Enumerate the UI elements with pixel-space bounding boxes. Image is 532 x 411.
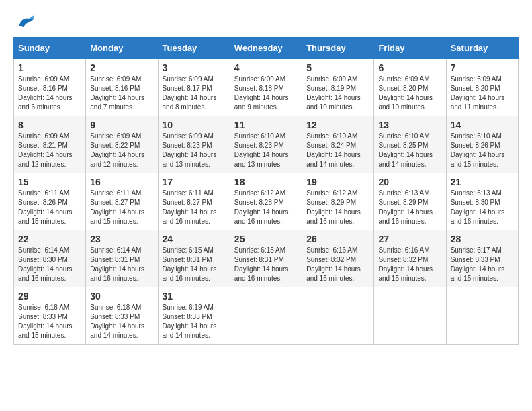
- day-info: Sunrise: 6:13 AM Sunset: 8:29 PM Dayligh…: [378, 189, 441, 226]
- col-header-sunday: Sunday: [14, 38, 86, 59]
- calendar-cell: [374, 287, 446, 345]
- day-info: Sunrise: 6:12 AM Sunset: 8:29 PM Dayligh…: [306, 189, 369, 226]
- calendar-table: SundayMondayTuesdayWednesdayThursdayFrid…: [13, 37, 519, 345]
- logo: [13, 13, 36, 30]
- logo-bird-icon: [15, 13, 36, 30]
- header-row: SundayMondayTuesdayWednesdayThursdayFrid…: [14, 38, 519, 59]
- day-info: Sunrise: 6:10 AM Sunset: 8:25 PM Dayligh…: [378, 132, 441, 169]
- calendar-cell: 25 Sunrise: 6:15 AM Sunset: 8:31 PM Dayl…: [230, 230, 302, 287]
- day-info: Sunrise: 6:15 AM Sunset: 8:31 PM Dayligh…: [234, 246, 298, 283]
- day-number: 15: [18, 177, 81, 187]
- day-info: Sunrise: 6:11 AM Sunset: 8:26 PM Dayligh…: [18, 189, 81, 226]
- day-number: 11: [234, 120, 298, 130]
- calendar-cell: [230, 287, 302, 345]
- day-number: 21: [451, 177, 514, 187]
- calendar-cell: 3 Sunrise: 6:09 AM Sunset: 8:17 PM Dayli…: [158, 59, 230, 116]
- calendar-cell: 5 Sunrise: 6:09 AM Sunset: 8:19 PM Dayli…: [302, 59, 374, 116]
- calendar-cell: 31 Sunrise: 6:19 AM Sunset: 8:33 PM Dayl…: [158, 287, 230, 345]
- day-info: Sunrise: 6:09 AM Sunset: 8:19 PM Dayligh…: [306, 75, 369, 112]
- day-number: 25: [234, 234, 298, 244]
- col-header-wednesday: Wednesday: [230, 38, 302, 59]
- day-number: 29: [18, 291, 81, 302]
- day-info: Sunrise: 6:09 AM Sunset: 8:23 PM Dayligh…: [163, 132, 226, 169]
- calendar-cell: 13 Sunrise: 6:10 AM Sunset: 8:25 PM Dayl…: [374, 116, 446, 173]
- calendar-week-4: 22 Sunrise: 6:14 AM Sunset: 8:30 PM Dayl…: [14, 230, 519, 287]
- col-header-thursday: Thursday: [302, 38, 374, 59]
- calendar-cell: 17 Sunrise: 6:11 AM Sunset: 8:27 PM Dayl…: [158, 173, 230, 230]
- col-header-friday: Friday: [374, 38, 446, 59]
- day-info: Sunrise: 6:17 AM Sunset: 8:33 PM Dayligh…: [451, 246, 514, 283]
- col-header-saturday: Saturday: [446, 38, 518, 59]
- day-number: 12: [306, 120, 369, 130]
- day-info: Sunrise: 6:19 AM Sunset: 8:33 PM Dayligh…: [163, 303, 226, 340]
- calendar-cell: [446, 287, 518, 345]
- day-info: Sunrise: 6:18 AM Sunset: 8:33 PM Dayligh…: [90, 303, 153, 340]
- day-info: Sunrise: 6:09 AM Sunset: 8:21 PM Dayligh…: [18, 132, 81, 169]
- day-info: Sunrise: 6:09 AM Sunset: 8:16 PM Dayligh…: [90, 75, 153, 112]
- day-info: Sunrise: 6:16 AM Sunset: 8:32 PM Dayligh…: [378, 246, 441, 283]
- day-number: 13: [378, 120, 441, 130]
- calendar-cell: 8 Sunrise: 6:09 AM Sunset: 8:21 PM Dayli…: [14, 116, 86, 173]
- day-info: Sunrise: 6:10 AM Sunset: 8:24 PM Dayligh…: [306, 132, 369, 169]
- day-number: 10: [163, 120, 226, 130]
- calendar-cell: 6 Sunrise: 6:09 AM Sunset: 8:20 PM Dayli…: [374, 59, 446, 116]
- day-info: Sunrise: 6:11 AM Sunset: 8:27 PM Dayligh…: [163, 189, 226, 226]
- day-info: Sunrise: 6:09 AM Sunset: 8:20 PM Dayligh…: [451, 75, 514, 112]
- calendar-cell: 30 Sunrise: 6:18 AM Sunset: 8:33 PM Dayl…: [86, 287, 158, 345]
- calendar-cell: 16 Sunrise: 6:11 AM Sunset: 8:27 PM Dayl…: [86, 173, 158, 230]
- day-info: Sunrise: 6:14 AM Sunset: 8:30 PM Dayligh…: [18, 246, 81, 283]
- calendar-cell: [302, 287, 374, 345]
- day-number: 19: [306, 177, 369, 187]
- calendar-cell: 18 Sunrise: 6:12 AM Sunset: 8:28 PM Dayl…: [230, 173, 302, 230]
- day-number: 2: [90, 62, 153, 73]
- calendar-cell: 14 Sunrise: 6:10 AM Sunset: 8:26 PM Dayl…: [446, 116, 518, 173]
- day-number: 28: [451, 234, 514, 244]
- day-number: 4: [234, 62, 298, 73]
- day-number: 18: [234, 177, 298, 187]
- calendar-cell: 27 Sunrise: 6:16 AM Sunset: 8:32 PM Dayl…: [374, 230, 446, 287]
- day-info: Sunrise: 6:09 AM Sunset: 8:16 PM Dayligh…: [18, 75, 81, 112]
- day-info: Sunrise: 6:09 AM Sunset: 8:18 PM Dayligh…: [234, 75, 298, 112]
- calendar-week-5: 29 Sunrise: 6:18 AM Sunset: 8:33 PM Dayl…: [14, 287, 519, 345]
- day-number: 30: [90, 291, 153, 302]
- day-number: 16: [90, 177, 153, 187]
- calendar-cell: 11 Sunrise: 6:10 AM Sunset: 8:23 PM Dayl…: [230, 116, 302, 173]
- day-number: 27: [378, 234, 441, 244]
- calendar-cell: 28 Sunrise: 6:17 AM Sunset: 8:33 PM Dayl…: [446, 230, 518, 287]
- calendar-cell: 22 Sunrise: 6:14 AM Sunset: 8:30 PM Dayl…: [14, 230, 86, 287]
- day-info: Sunrise: 6:18 AM Sunset: 8:33 PM Dayligh…: [18, 303, 81, 340]
- day-number: 14: [451, 120, 514, 130]
- day-number: 9: [90, 120, 153, 130]
- day-info: Sunrise: 6:10 AM Sunset: 8:23 PM Dayligh…: [234, 132, 298, 169]
- calendar-cell: 2 Sunrise: 6:09 AM Sunset: 8:16 PM Dayli…: [86, 59, 158, 116]
- day-number: 8: [18, 120, 81, 130]
- calendar-cell: 7 Sunrise: 6:09 AM Sunset: 8:20 PM Dayli…: [446, 59, 518, 116]
- day-number: 3: [163, 62, 226, 73]
- page-header: [13, 13, 519, 30]
- calendar-week-2: 8 Sunrise: 6:09 AM Sunset: 8:21 PM Dayli…: [14, 116, 519, 173]
- day-number: 17: [163, 177, 226, 187]
- day-info: Sunrise: 6:16 AM Sunset: 8:32 PM Dayligh…: [306, 246, 369, 283]
- calendar-cell: 23 Sunrise: 6:14 AM Sunset: 8:31 PM Dayl…: [86, 230, 158, 287]
- calendar-cell: 19 Sunrise: 6:12 AM Sunset: 8:29 PM Dayl…: [302, 173, 374, 230]
- day-number: 31: [163, 291, 226, 302]
- day-info: Sunrise: 6:15 AM Sunset: 8:31 PM Dayligh…: [163, 246, 226, 283]
- calendar-cell: 1 Sunrise: 6:09 AM Sunset: 8:16 PM Dayli…: [14, 59, 86, 116]
- day-info: Sunrise: 6:12 AM Sunset: 8:28 PM Dayligh…: [234, 189, 298, 226]
- calendar-cell: 20 Sunrise: 6:13 AM Sunset: 8:29 PM Dayl…: [374, 173, 446, 230]
- day-info: Sunrise: 6:14 AM Sunset: 8:31 PM Dayligh…: [90, 246, 153, 283]
- day-number: 7: [451, 62, 514, 73]
- day-number: 5: [306, 62, 369, 73]
- day-info: Sunrise: 6:09 AM Sunset: 8:17 PM Dayligh…: [163, 75, 226, 112]
- day-number: 1: [18, 62, 81, 73]
- calendar-cell: 21 Sunrise: 6:13 AM Sunset: 8:30 PM Dayl…: [446, 173, 518, 230]
- day-number: 20: [378, 177, 441, 187]
- col-header-monday: Monday: [86, 38, 158, 59]
- calendar-cell: 9 Sunrise: 6:09 AM Sunset: 8:22 PM Dayli…: [86, 116, 158, 173]
- day-number: 24: [163, 234, 226, 244]
- calendar-week-1: 1 Sunrise: 6:09 AM Sunset: 8:16 PM Dayli…: [14, 59, 519, 116]
- day-number: 22: [18, 234, 81, 244]
- calendar-cell: 26 Sunrise: 6:16 AM Sunset: 8:32 PM Dayl…: [302, 230, 374, 287]
- calendar-cell: 10 Sunrise: 6:09 AM Sunset: 8:23 PM Dayl…: [158, 116, 230, 173]
- day-info: Sunrise: 6:10 AM Sunset: 8:26 PM Dayligh…: [451, 132, 514, 169]
